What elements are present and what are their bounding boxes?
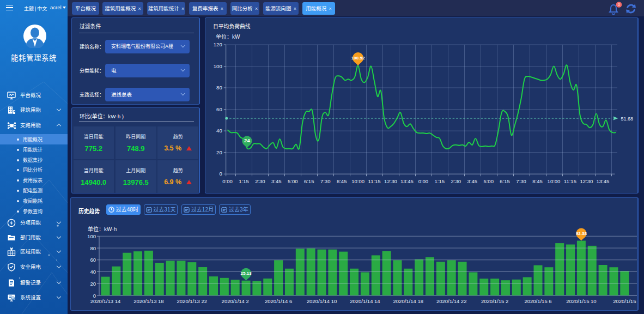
svg-text:0:00: 0:00 [418,178,429,184]
svg-text:2020/1/15 6: 2020/1/15 6 [524,298,551,304]
svg-text:0: 0 [618,2,620,7]
svg-text:13:45: 13:45 [400,178,414,184]
svg-text:80: 80 [90,245,96,251]
svg-text:12:30: 12:30 [580,178,593,184]
svg-text:10:00: 10:00 [548,178,561,184]
svg-text:2020/1/14 10: 2020/1/14 10 [307,298,337,304]
svg-text:100: 100 [214,63,222,69]
svg-text:51.68: 51.68 [621,116,634,122]
svg-text:25.13: 25.13 [241,271,252,276]
svg-text:60: 60 [216,106,222,112]
svg-text:6:15: 6:15 [304,178,314,184]
svg-text:2020/1/14 14: 2020/1/14 14 [350,298,380,304]
svg-text:2020/1/13 22: 2020/1/13 22 [177,298,207,304]
svg-text:0: 0 [93,293,96,299]
svg-text:0:00: 0:00 [222,178,233,184]
svg-text:7:30: 7:30 [516,178,526,184]
svg-text:3:45: 3:45 [467,178,478,184]
svg-text:2020/1/14 18: 2020/1/14 18 [393,298,423,304]
svg-text:单位：kW: 单位：kW [216,33,240,40]
svg-text:2020/1/15: 2020/1/15 [613,298,636,304]
svg-text:2020/1/14 22: 2020/1/14 22 [436,298,466,304]
svg-text:8:45: 8:45 [337,178,347,184]
svg-text:2020/1/13 18: 2020/1/13 18 [133,298,163,304]
svg-text:3:45: 3:45 [271,178,282,184]
svg-text:2020/1/14 6: 2020/1/14 6 [265,298,292,304]
svg-text:2:30: 2:30 [451,178,461,184]
svg-text:20: 20 [90,281,96,287]
svg-text:40: 40 [90,269,96,275]
svg-text:7:30: 7:30 [320,178,331,184]
svg-text:2020/1/13 14: 2020/1/13 14 [90,298,120,304]
svg-text:13:45: 13:45 [597,178,610,184]
svg-text:2020/1/15 2: 2020/1/15 2 [481,298,508,304]
svg-text:24: 24 [244,137,250,143]
svg-text:92.38: 92.38 [576,231,587,236]
svg-text:1:15: 1:15 [435,178,445,184]
svg-text:单位：kW·h: 单位：kW·h [88,226,117,232]
svg-text:10:00: 10:00 [351,178,364,184]
svg-text:5:00: 5:00 [288,178,298,184]
svg-text:11:15: 11:15 [564,178,576,184]
svg-text:80: 80 [216,84,222,90]
svg-text:20: 20 [216,149,222,155]
svg-text:2:30: 2:30 [255,178,265,184]
svg-text:60: 60 [90,257,96,263]
svg-text:5:00: 5:00 [483,178,494,184]
svg-text:2020/1/15 10: 2020/1/15 10 [566,298,596,304]
svg-text:120: 120 [214,41,222,47]
svg-text:6:15: 6:15 [500,178,510,184]
svg-text:11:15: 11:15 [368,178,381,184]
svg-text:100.52: 100.52 [351,56,365,61]
svg-text:1:15: 1:15 [239,178,249,184]
svg-text:0: 0 [219,171,222,177]
svg-text:8:45: 8:45 [532,178,543,184]
svg-text:40: 40 [216,128,222,134]
svg-text:12:30: 12:30 [384,178,397,184]
svg-text:2020/1/14 2: 2020/1/14 2 [222,298,249,304]
svg-text:100: 100 [87,233,96,239]
